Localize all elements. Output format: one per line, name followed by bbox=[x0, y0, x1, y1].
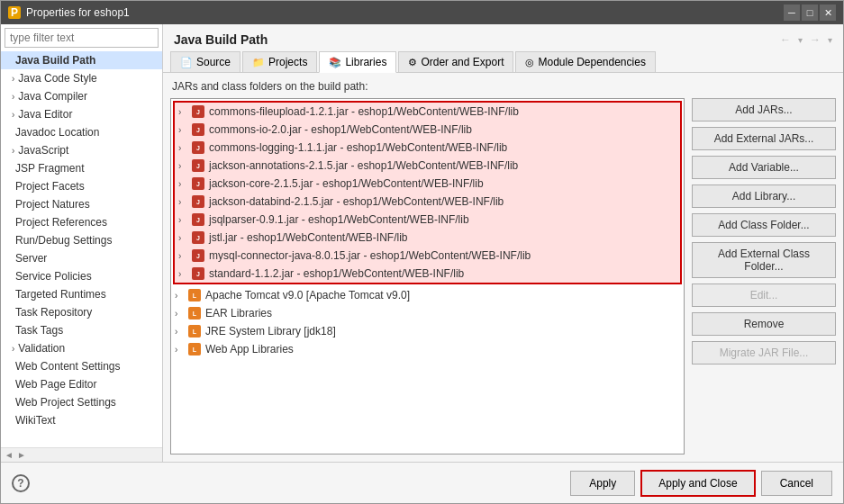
jar-icon-inner: J bbox=[192, 105, 204, 118]
migrate-jar-button[interactable]: Migrate JAR File... bbox=[692, 341, 836, 364]
sidebar-item-project-natures[interactable]: Project Natures bbox=[1, 195, 162, 213]
main-header: Java Build Path ← ▾ → ▾ bbox=[163, 24, 843, 51]
add-variable-button[interactable]: Add Variable... bbox=[692, 156, 836, 179]
jar-item-commons-logging[interactable]: › J commons-logging-1.1.1.jar - eshop1/W… bbox=[175, 139, 680, 157]
sidebar-item-label: WikiText bbox=[15, 414, 56, 427]
jar-icon-inner: L bbox=[188, 325, 201, 338]
tab-projects[interactable]: 📁Projects bbox=[242, 51, 317, 72]
jar-list: › J commons-fileupload-1.2.1.jar - eshop… bbox=[170, 98, 685, 454]
highlighted-jar-group: › J commons-fileupload-1.2.1.jar - eshop… bbox=[173, 101, 682, 284]
add-external-class-folder-button[interactable]: Add External Class Folder... bbox=[692, 242, 836, 278]
sidebar-item-java-editor[interactable]: ›Java Editor bbox=[1, 105, 162, 123]
jar-item-apache-tomcat[interactable]: › L Apache Tomcat v9.0 [Apache Tomcat v9… bbox=[171, 286, 684, 304]
add-jars-button[interactable]: Add JARs... bbox=[692, 98, 836, 122]
maximize-button[interactable]: □ bbox=[802, 4, 818, 21]
sidebar-item-service-policies[interactable]: Service Policies bbox=[1, 267, 162, 285]
filter-input[interactable] bbox=[5, 28, 159, 48]
sidebar: Java Build Path›Java Code Style›Java Com… bbox=[1, 24, 163, 462]
edit-button[interactable]: Edit... bbox=[692, 284, 836, 307]
sidebar-item-server[interactable]: Server bbox=[1, 249, 162, 267]
jar-item-label: commons-logging-1.1.1.jar - eshop1/WebCo… bbox=[209, 141, 507, 154]
back-arrow[interactable]: ← bbox=[776, 32, 794, 48]
jar-item-web-app-libraries[interactable]: › L Web App Libraries bbox=[171, 340, 684, 358]
jar-item-jre-system[interactable]: › L JRE System Library [jdk18] bbox=[171, 322, 684, 340]
tab-icon: ⚙ bbox=[408, 57, 417, 68]
sidebar-item-task-tags[interactable]: Task Tags bbox=[1, 321, 162, 339]
sidebar-item-web-content-settings[interactable]: Web Content Settings bbox=[1, 357, 162, 375]
sidebar-item-label: Validation bbox=[18, 342, 65, 355]
jar-icon-inner: J bbox=[192, 195, 204, 208]
jar-icon: J bbox=[191, 230, 205, 245]
content-area: JARs and class folders on the build path… bbox=[163, 73, 843, 462]
expand-arrow: › bbox=[178, 233, 191, 243]
jar-item-jackson-databind[interactable]: › J jackson-databind-2.1.5.jar - eshop1/… bbox=[175, 193, 680, 211]
sidebar-item-java-build-path[interactable]: Java Build Path bbox=[1, 51, 162, 69]
sidebar-item-project-references[interactable]: Project References bbox=[1, 213, 162, 231]
tab-module-dependencies[interactable]: ◎Module Dependencies bbox=[515, 51, 655, 72]
sidebar-item-task-repository[interactable]: Task Repository bbox=[1, 303, 162, 321]
tab-libraries[interactable]: 📚Libraries bbox=[319, 51, 396, 73]
jar-item-label: Apache Tomcat v9.0 [Apache Tomcat v9.0] bbox=[205, 289, 410, 302]
sidebar-item-targeted-runtimes[interactable]: Targeted Runtimes bbox=[1, 285, 162, 303]
forward-arrow[interactable]: → bbox=[806, 32, 824, 48]
dialog-body: Java Build Path›Java Code Style›Java Com… bbox=[1, 24, 843, 462]
sidebar-item-label: Javadoc Location bbox=[15, 126, 99, 139]
tab-bar: 📄Source📁Projects📚Libraries⚙Order and Exp… bbox=[163, 51, 843, 73]
jar-icon: J bbox=[191, 194, 205, 209]
expand-arrow: › bbox=[12, 344, 14, 354]
sidebar-item-run-debug-settings[interactable]: Run/Debug Settings bbox=[1, 231, 162, 249]
jar-item-mysql-connector[interactable]: › J mysql-connector-java-8.0.15.jar - es… bbox=[175, 247, 680, 265]
add-external-jars-button[interactable]: Add External JARs... bbox=[692, 127, 836, 150]
jar-item-ear-libraries[interactable]: › L EAR Libraries bbox=[171, 304, 684, 322]
jar-item-label: jsqlparser-0.9.1.jar - eshop1/WebContent… bbox=[209, 213, 469, 226]
tab-label: Projects bbox=[268, 56, 307, 68]
nav-arrows: ← ▾ → ▾ bbox=[776, 32, 832, 48]
sidebar-item-javascript[interactable]: ›JavaScript bbox=[1, 141, 162, 159]
jar-icon-inner: J bbox=[192, 141, 204, 154]
jar-icon: J bbox=[191, 158, 205, 173]
sidebar-item-web-page-editor[interactable]: Web Page Editor bbox=[1, 375, 162, 393]
sidebar-item-label: Service Policies bbox=[15, 270, 92, 283]
help-button[interactable]: ? bbox=[12, 474, 30, 492]
jar-item-jackson-core[interactable]: › J jackson-core-2.1.5.jar - eshop1/WebC… bbox=[175, 175, 680, 193]
jar-icon: L bbox=[187, 324, 202, 338]
add-library-button[interactable]: Add Library... bbox=[692, 184, 836, 208]
jar-item-jsqlparser[interactable]: › J jsqlparser-0.9.1.jar - eshop1/WebCon… bbox=[175, 211, 680, 229]
add-class-folder-button[interactable]: Add Class Folder... bbox=[692, 213, 836, 237]
tab-order-export[interactable]: ⚙Order and Export bbox=[398, 51, 513, 72]
cancel-button[interactable]: Cancel bbox=[761, 471, 832, 496]
sidebar-item-label: Java Compiler bbox=[18, 90, 87, 103]
left-content: JARs and class folders on the build path… bbox=[170, 80, 685, 454]
sidebar-item-jsp-fragment[interactable]: JSP Fragment bbox=[1, 159, 162, 177]
tab-source[interactable]: 📄Source bbox=[170, 51, 240, 72]
sidebar-item-label: Project Natures bbox=[15, 198, 90, 211]
sidebar-scrollbar[interactable]: ◄ ► bbox=[1, 447, 162, 462]
sidebar-item-label: Project Facets bbox=[15, 180, 85, 193]
jar-item-jstl[interactable]: › J jstl.jar - eshop1/WebContent/WEB-INF… bbox=[175, 229, 680, 247]
sidebar-item-java-compiler[interactable]: ›Java Compiler bbox=[1, 87, 162, 105]
jar-icon-inner: L bbox=[188, 289, 201, 302]
sidebar-item-label: Run/Debug Settings bbox=[15, 234, 112, 247]
minimize-button[interactable]: ─ bbox=[784, 4, 800, 21]
sidebar-item-project-facets[interactable]: Project Facets bbox=[1, 177, 162, 195]
sidebar-item-validation[interactable]: ›Validation bbox=[1, 339, 162, 357]
jar-icon: J bbox=[191, 122, 205, 137]
apply-button[interactable]: Apply bbox=[570, 471, 635, 496]
sidebar-item-wikitext[interactable]: WikiText bbox=[1, 411, 162, 429]
jar-item-commons-io[interactable]: › J commons-io-2.0.jar - eshop1/WebConte… bbox=[175, 121, 680, 139]
apply-close-button[interactable]: Apply and Close bbox=[640, 470, 755, 497]
expand-arrow: › bbox=[178, 269, 191, 279]
sidebar-item-label: Java Editor bbox=[18, 108, 72, 121]
jar-item-jackson-annotations[interactable]: › J jackson-annotations-2.1.5.jar - esho… bbox=[175, 157, 680, 175]
jar-icon-inner: J bbox=[192, 177, 204, 190]
close-button[interactable]: ✕ bbox=[820, 4, 836, 21]
jar-item-commons-fileupload[interactable]: › J commons-fileupload-1.2.1.jar - eshop… bbox=[175, 103, 680, 121]
sidebar-item-javadoc-location[interactable]: Javadoc Location bbox=[1, 123, 162, 141]
footer-right: Apply Apply and Close Cancel bbox=[570, 470, 832, 497]
tab-icon: 📄 bbox=[180, 57, 193, 68]
sidebar-item-java-code-style[interactable]: ›Java Code Style bbox=[1, 69, 162, 87]
sidebar-item-web-project-settings[interactable]: Web Project Settings bbox=[1, 393, 162, 411]
remove-button[interactable]: Remove bbox=[692, 312, 836, 336]
expand-arrow: › bbox=[175, 291, 187, 301]
jar-item-standard[interactable]: › J standard-1.1.2.jar - eshop1/WebConte… bbox=[175, 265, 680, 283]
